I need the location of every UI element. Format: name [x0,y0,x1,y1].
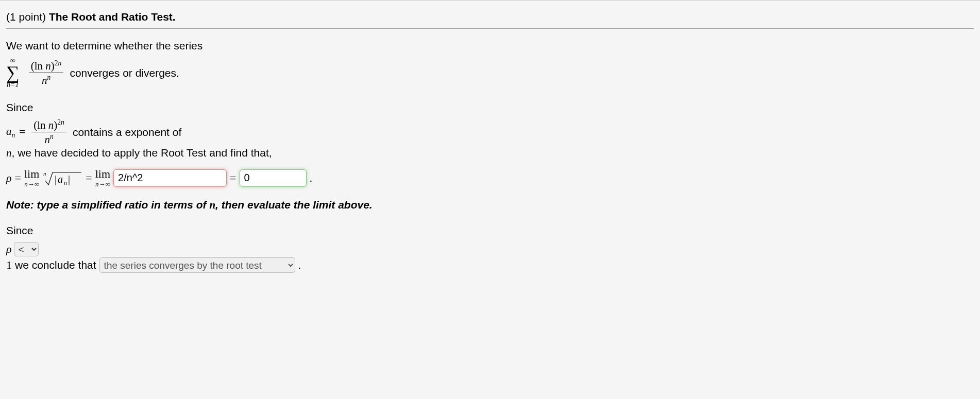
svg-text:a: a [58,174,63,185]
sigma-symbol: ∞ ∑ n=1 [6,57,20,88]
svg-text:|: | [55,174,57,185]
an-fraction: (ln n)2n nn [31,119,66,145]
lim-1: lim n→∞ [24,168,39,187]
an-line: an = (ln n)2n nn contains a exponent of [6,119,974,145]
answer-input-expression[interactable] [113,169,227,187]
since-2: Since [6,223,974,238]
series-tail-text: converges or diverges. [70,67,179,79]
conclusion-select[interactable]: the series converges by the root test [99,257,295,273]
rho-equation-line: ρ = lim n→∞ n | a n | = lim n→∞ = . [6,168,974,188]
comparison-select[interactable]: < [14,242,39,256]
intro-text: We want to determine whether the series [6,38,974,53]
nth-root: n | a n | [42,168,82,188]
since-1: Since [6,100,974,115]
conclude-text: we conclude that [15,259,96,271]
rho-compare-row: ρ < [6,242,974,256]
problem-title: The Root and Ratio Test. [49,11,176,23]
series-fraction: (ln n)2n nn [29,60,64,86]
problem-page: (1 point) The Root and Ratio Test. We wa… [0,0,980,283]
points-label: (1 point) [6,11,46,23]
problem-header: (1 point) The Root and Ratio Test. [6,11,974,29]
conclusion-row: 1 we conclude that the series converges … [6,257,974,273]
svg-text:n: n [64,179,67,186]
n-apply-line: n, we have decided to apply the Root Tes… [6,145,974,161]
note-line: Note: type a simplified ratio in terms o… [6,197,974,213]
one-literal: 1 [6,258,12,272]
a-sub-n: an [6,125,15,140]
rho-symbol-2: ρ [6,242,12,256]
lim-2: lim n→∞ [95,168,110,187]
rho-symbol: ρ [6,171,12,185]
series-line: ∞ ∑ n=1 (ln n)2n nn converges or diverge… [6,57,974,88]
svg-text:n: n [43,170,46,177]
svg-text:|: | [68,174,70,185]
contains-text: contains a exponent of [73,126,181,138]
answer-input-limit-value[interactable] [240,169,307,187]
